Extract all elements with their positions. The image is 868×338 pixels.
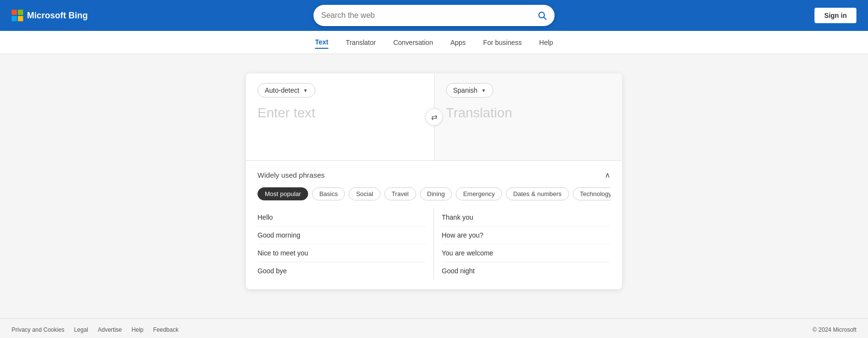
phrase-categories: Most popular Basics Social Travel Dining… [258,186,610,201]
phrase-item[interactable]: Good night [442,262,610,280]
svg-line-1 [544,17,546,20]
category-chip-technology[interactable]: Technology [573,187,610,200]
nav-bar: Text Translator Conversation Apps For bu… [0,31,868,54]
phrase-item[interactable]: Thank you [442,209,610,226]
footer-copyright: © 2024 Microsoft [813,326,856,333]
phrases-section: Widely used phrases ∧ Most popular Basic… [246,160,622,289]
phrase-item[interactable]: Good morning [258,226,426,244]
nav-item-for-business[interactable]: For business [483,37,522,48]
translator-container: Auto-detect ▼ Enter text ⇄ Spanish ▼ Tra… [246,73,622,289]
footer-link-advertise[interactable]: Advertise [98,326,122,333]
category-chip-social[interactable]: Social [349,187,380,200]
phrase-item[interactable]: You are welcome [442,244,610,262]
phrases-title: Widely used phrases [258,171,325,179]
footer: Privacy and Cookies Legal Advertise Help… [0,318,868,338]
footer-link-legal[interactable]: Legal [74,326,88,333]
phrase-item[interactable]: Good bye [258,262,426,280]
source-lang-selector[interactable]: Auto-detect ▼ [258,83,315,98]
logo[interactable]: Microsoft Bing [12,10,88,21]
footer-link-feedback[interactable]: Feedback [153,326,178,333]
translation-placeholder: Translation [446,105,611,121]
category-chip-basics[interactable]: Basics [312,187,345,200]
translation-panels: Auto-detect ▼ Enter text ⇄ Spanish ▼ Tra… [246,73,622,160]
phrase-item[interactable]: Nice to meet you [258,244,426,262]
category-chip-travel[interactable]: Travel [384,187,416,200]
phrases-header: Widely used phrases ∧ [258,170,610,180]
footer-links: Privacy and Cookies Legal Advertise Help… [12,326,178,333]
phrase-left-column: Hello Good morning Nice to meet you Good… [258,209,434,280]
nav-item-text[interactable]: Text [315,36,328,49]
footer-link-help[interactable]: Help [132,326,144,333]
search-input[interactable] [321,11,537,20]
enter-text-placeholder[interactable]: Enter text [258,105,422,121]
source-panel: Auto-detect ▼ Enter text [246,73,434,160]
header: Microsoft Bing Sign in [0,0,868,31]
collapse-phrases-button[interactable]: ∧ [605,170,610,180]
nav-item-conversation[interactable]: Conversation [393,37,433,48]
phrase-grid: Hello Good morning Nice to meet you Good… [258,209,610,280]
target-panel: Spanish ▼ Translation [434,73,623,160]
swap-icon: ⇄ [431,113,437,122]
category-chip-dining[interactable]: Dining [420,187,452,200]
search-button[interactable] [537,11,547,20]
nav-item-help[interactable]: Help [539,37,553,48]
main-content: Auto-detect ▼ Enter text ⇄ Spanish ▼ Tra… [0,54,868,318]
footer-link-privacy[interactable]: Privacy and Cookies [12,326,64,333]
phrase-item[interactable]: How are you? [442,226,610,244]
chevron-down-icon: ▼ [303,88,308,93]
search-bar [313,5,555,26]
source-lang-label: Auto-detect [265,86,299,94]
phrase-item[interactable]: Hello [258,209,426,226]
target-lang-label: Spanish [453,86,478,94]
logo-text: Microsoft Bing [27,11,88,21]
phrase-right-column: Thank you How are you? You are welcome G… [434,209,610,280]
nav-item-apps[interactable]: Apps [450,37,466,48]
search-bar-container [313,5,555,26]
category-chip-dates-numbers[interactable]: Dates & numbers [506,187,569,200]
microsoft-logo-icon [12,10,23,21]
search-icon [537,11,547,20]
swap-languages-button[interactable]: ⇄ [425,108,443,126]
category-chip-most-popular[interactable]: Most popular [258,187,308,200]
chevron-down-icon: ▼ [481,88,486,93]
category-chip-emergency[interactable]: Emergency [456,187,502,200]
nav-item-translator[interactable]: Translator [346,37,376,48]
sign-in-button[interactable]: Sign in [814,8,856,23]
target-lang-selector[interactable]: Spanish ▼ [446,83,494,98]
